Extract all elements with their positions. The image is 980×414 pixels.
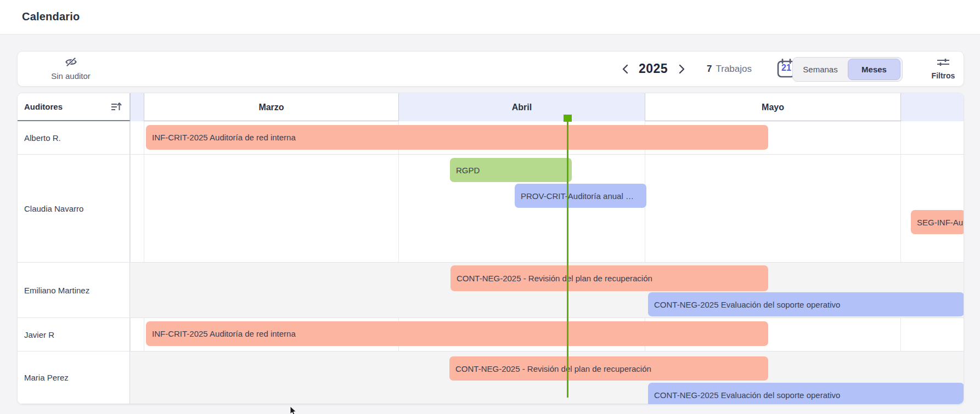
task-bar[interactable]: CONT-NEG-2025 Evaluación del soporte ope… [648,383,964,405]
auditor-name: Javier R [24,330,54,339]
jobs-counter: 7 Trabajos [707,52,752,86]
task-bar[interactable]: CONT-NEG-2025 - Revisión del plan de rec… [450,265,768,291]
task-bar[interactable]: RGPD [450,158,572,182]
page-header: Calendario [0,0,980,35]
jobs-label: Trabajos [716,64,752,75]
filters-button[interactable]: Filtros [923,52,964,86]
gantt-card: Auditores MarzoAbrilMayoAlberto R.Claudi… [17,93,964,405]
sliders-icon [937,58,950,69]
sort-icon[interactable] [111,102,122,111]
auditor-row-maria-perez[interactable]: Maria Perez [18,351,130,404]
auditor-name: Claudia Navarro [24,204,83,213]
no-auditor-label: Sin auditor [51,71,91,81]
year-navigation: 2025 [619,52,688,86]
no-auditor-toggle[interactable]: Sin auditor [30,55,112,82]
view-option-weeks[interactable]: Semanas [793,59,848,80]
next-year-button[interactable] [675,63,688,75]
auditor-row-claudia-navarro[interactable]: Claudia Navarro [18,155,130,263]
eye-off-icon [65,56,77,70]
auditors-header-label: Auditores [24,102,63,111]
page-title: Calendario [22,10,80,23]
calendar-page: Calendario Sin auditor 2025 [0,0,980,414]
year-label: 2025 [639,61,668,76]
auditors-header-cell: Auditores [18,93,130,121]
task-bar[interactable]: SEG-INF-Au [911,210,964,234]
auditor-row-alberto-r-[interactable]: Alberto R. [18,121,130,155]
month-header-mayo[interactable]: Mayo [645,93,900,121]
month-header-blank [900,93,964,121]
task-bar[interactable]: INF-CRIT-2025 Auditoría de red interna [146,321,768,346]
filters-label: Filtros [932,71,955,80]
task-bar[interactable]: CONT-NEG-2025 - Revisión del plan de rec… [449,356,768,381]
month-header-blank [130,93,144,121]
task-bar[interactable]: INF-CRIT-2025 Auditoría de red interna [146,125,768,150]
view-option-months[interactable]: Meses [848,59,900,80]
auditor-name: Alberto R. [24,133,61,143]
view-toggle: Semanas Meses [792,57,903,82]
task-bar[interactable]: PROV-CRIT-Auditoría anual … [515,184,646,208]
auditor-name: Emiliano Martinez [24,286,89,295]
jobs-count: 7 [707,64,712,75]
toolbar-card: Sin auditor 2025 7 Trabajos 21 Semanas [17,51,964,87]
mouse-cursor [290,406,297,414]
auditor-row-emiliano-martinez[interactable]: Emiliano Martinez [18,263,130,318]
previous-year-button[interactable] [619,63,631,75]
auditor-row-javier-r[interactable]: Javier R [18,318,130,351]
month-header-marzo[interactable]: Marzo [144,93,398,121]
auditor-name: Maria Perez [24,373,69,382]
task-bar[interactable]: CONT-NEG-2025 Evaluación del soporte ope… [648,292,964,316]
month-header-abril[interactable]: Abril [398,93,645,121]
